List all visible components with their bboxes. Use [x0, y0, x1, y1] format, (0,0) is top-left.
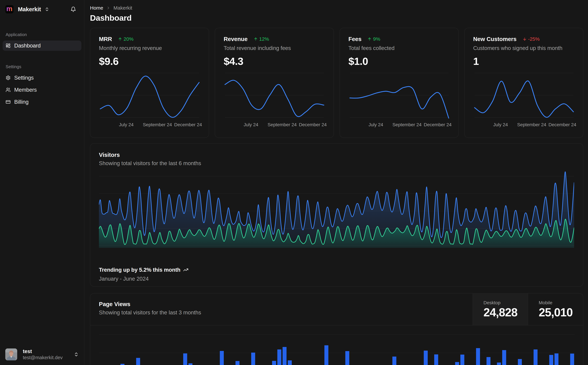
bar: [486, 357, 491, 365]
chevrons-up-down-icon: [45, 7, 49, 12]
bar: [549, 355, 553, 365]
stat-title: MRR: [99, 36, 112, 42]
x-axis-tick: September 24: [392, 122, 422, 127]
sparkline-path: [350, 86, 449, 118]
stat-title: Fees: [348, 36, 362, 42]
x-axis-tick: December 24: [299, 122, 327, 127]
sidebar-item-label: Settings: [14, 75, 34, 81]
sidebar-section: Application Dashboard: [3, 32, 81, 53]
stat-chart-area: July 24September 24December 24: [350, 70, 449, 128]
page-views-header: Page Views Showing total visitors for th…: [90, 294, 583, 325]
stat-value: $1.0: [348, 55, 450, 67]
user-name: test: [23, 348, 63, 354]
stat-sparkline-chart[interactable]: July 24September 24December 24: [100, 70, 199, 128]
page-views-subtitle: Showing total visitors for the last 3 mo…: [99, 309, 473, 316]
stat-sparkline-chart[interactable]: July 24September 24December 24: [475, 70, 574, 128]
sparkline-path: [100, 76, 199, 117]
x-axis-tick: December 24: [174, 122, 202, 127]
stats-grid: MRR 20% Monthly recurring revenue $9.6 J…: [90, 28, 583, 138]
chevron-right-icon: [106, 6, 111, 10]
user-menu[interactable]: test test@makerkit.dev: [3, 348, 81, 360]
page-title: Dashboard: [90, 13, 583, 22]
page-views-toggles: Desktop 24,828 Mobile 25,010: [473, 294, 583, 325]
visitors-title: Visitors: [99, 152, 575, 158]
page-views-bar-chart[interactable]: [99, 329, 575, 365]
x-axis-tick: July 24: [244, 122, 258, 127]
x-axis-tick: September 24: [143, 122, 172, 127]
settings-icon: [6, 75, 11, 80]
sparkline-path: [475, 81, 574, 117]
bar: [183, 353, 187, 365]
x-axis-tick: December 24: [548, 122, 576, 127]
arrow-up-icon: [118, 37, 122, 41]
bar: [460, 355, 464, 365]
visitors-area-chart[interactable]: [99, 168, 574, 250]
workspace-selector[interactable]: [45, 7, 49, 12]
stat-subtitle: Total fees collected: [348, 45, 450, 51]
users-icon: [6, 87, 11, 92]
stat-sparkline-chart[interactable]: July 24September 24December 24: [225, 70, 324, 128]
breadcrumb-current: Makerkit: [113, 5, 132, 11]
stat-value: $4.3: [224, 55, 325, 67]
bar: [570, 354, 574, 365]
visitors-trend-text: Trending up by 5.2% this month: [99, 267, 180, 273]
sidebar-nav: Application Dashboard Settings Settings …: [3, 32, 81, 109]
stat-change-text: 12%: [259, 36, 269, 42]
bar: [136, 358, 140, 365]
stat-change-badge: 20%: [118, 36, 133, 42]
page-views-toggle-label: Desktop: [484, 300, 528, 305]
arrow-down-icon: [523, 37, 527, 41]
notifications-button[interactable]: [70, 7, 76, 12]
sidebar-item-billing[interactable]: Billing: [3, 97, 81, 107]
visitors-footer: Trending up by 5.2% this month January -…: [99, 267, 575, 282]
sidebar-section: Settings Settings Members Billing: [3, 64, 81, 109]
stat-change-badge: 12%: [254, 36, 269, 42]
sidebar-item-settings[interactable]: Settings: [3, 73, 81, 83]
avatar: [5, 348, 17, 360]
stat-change-text: -25%: [528, 36, 540, 42]
brand-logo[interactable]: m: [5, 5, 14, 14]
bar: [476, 348, 480, 365]
bar: [251, 353, 255, 365]
user-meta: test test@makerkit.dev: [23, 348, 63, 360]
sidebar-item-members[interactable]: Members: [3, 85, 81, 95]
sidebar-section-label: Settings: [6, 64, 81, 69]
breadcrumb-home[interactable]: Home: [90, 5, 103, 11]
page-views-header-left: Page Views Showing total visitors for th…: [90, 294, 473, 325]
bar: [497, 363, 501, 365]
stat-change-text: 20%: [124, 36, 133, 42]
bar: [345, 351, 349, 365]
stat-card-fees: Fees 9% Total fees collected $1.0 July 2…: [339, 28, 459, 138]
page-views-toggle-label: Mobile: [539, 300, 583, 305]
sidebar-item-dashboard[interactable]: Dashboard: [3, 41, 81, 51]
bar: [554, 353, 558, 365]
workspace-name: Makerkit: [18, 6, 41, 13]
page-views-toggle-mobile[interactable]: Mobile 25,010: [528, 294, 583, 325]
bar: [277, 350, 281, 365]
stat-sparkline-chart[interactable]: July 24September 24December 24: [350, 70, 449, 128]
bar: [288, 360, 292, 365]
stat-chart-area: July 24September 24December 24: [475, 70, 574, 128]
sidebar-section-items: Dashboard: [3, 41, 81, 51]
bar: [120, 364, 125, 365]
page-views-card: Page Views Showing total visitors for th…: [90, 293, 583, 365]
bar: [188, 363, 192, 365]
sidebar-section-label: Application: [6, 32, 81, 37]
page-views-toggle-desktop[interactable]: Desktop 24,828: [473, 294, 528, 325]
page-views-toggle-value: 24,828: [484, 306, 528, 319]
x-axis-tick: September 24: [268, 122, 297, 127]
bar: [272, 361, 276, 365]
visitors-card: Visitors Showing total visitors for the …: [90, 143, 583, 287]
stat-title: Revenue: [224, 36, 248, 42]
visitors-subtitle: Showing total visitors for the last 6 mo…: [99, 160, 575, 167]
stat-value: $9.6: [99, 55, 200, 67]
breadcrumb: Home Makerkit: [90, 5, 583, 11]
user-menu-chevrons[interactable]: [74, 352, 79, 357]
sidebar-item-label: Dashboard: [14, 42, 41, 49]
x-axis-tick: September 24: [517, 122, 546, 127]
bell-icon: [70, 7, 76, 12]
brand-logo-letter: m: [6, 5, 12, 12]
visitors-trend-row: Trending up by 5.2% this month: [99, 267, 575, 273]
x-axis-tick: July 24: [119, 122, 134, 127]
stat-chart-area: July 24September 24December 24: [225, 70, 324, 128]
